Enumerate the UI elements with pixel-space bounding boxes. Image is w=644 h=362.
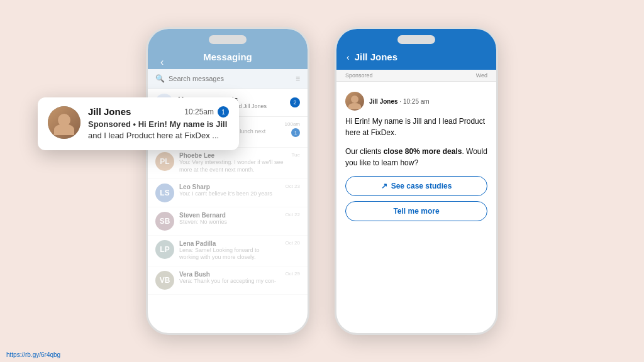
sponsored-label: Sponsored <box>345 72 373 79</box>
message-time: 100am <box>285 121 300 127</box>
see-case-studies-button[interactable]: ↗ See case studies <box>345 176 487 196</box>
message-meta: Oct 20 <box>285 240 300 246</box>
message-content: Leo Sharp You: I can't believe it's been… <box>179 184 280 198</box>
message-content: Lena Padilla Lena: Same! Looking forward… <box>179 240 280 261</box>
back-arrow-chat-icon[interactable]: ‹ <box>347 52 350 62</box>
search-bar: 🔍 ≡ <box>148 69 308 89</box>
message-list-item[interactable]: PL Phoebe Lee You: Very interesting. I w… <box>148 148 308 178</box>
message-time: Tue <box>292 152 301 158</box>
requests-badge: 2 <box>290 97 300 107</box>
notif-badge: 1 <box>218 106 229 118</box>
day-label: Wed <box>476 72 487 79</box>
message-list-item[interactable]: LS Leo Sharp You: I can't believe it's b… <box>148 179 308 207</box>
sender-name-time: Jill Jones · 10:25 am <box>369 98 430 105</box>
notif-preview-bold: Sponsored • Hi Erin! My name is Jill <box>88 119 227 129</box>
tell-me-more-label: Tell me more <box>393 207 439 216</box>
messaging-header: ‹ Messaging <box>148 29 308 69</box>
case-studies-label: See case studies <box>391 182 452 190</box>
notif-sender-name: Jill Jones <box>88 106 131 117</box>
message-preview: You: I can't believe it's been 20 years <box>179 190 280 198</box>
message-meta: Oct 22 <box>285 212 300 217</box>
notif-sender-avatar <box>48 106 80 139</box>
notification-card[interactable]: Jill Jones 10:25am 1 Sponsored • Hi Erin… <box>38 97 239 150</box>
sender-row: Jill Jones · 10:25 am <box>345 92 487 111</box>
message-preview: Lena: Same! Looking forward to working w… <box>179 247 280 261</box>
message-sender-name: Phoebe Lee <box>179 152 287 159</box>
message-avatar: LP <box>155 240 174 259</box>
sender-avatar <box>345 92 364 111</box>
message-sender-name: Leo Sharp <box>179 184 280 190</box>
message-time: Oct 29 <box>285 271 300 277</box>
chat-header: ‹ Jill Jones <box>336 29 496 70</box>
filter-icon[interactable]: ≡ <box>296 74 300 83</box>
back-arrow-icon[interactable]: ‹ <box>160 57 164 68</box>
phone-right: ‹ Jill Jones Sponsored Wed Jill Jones · … <box>335 27 498 335</box>
message-avatar: SB <box>155 212 174 231</box>
message-content: Vera Bush Vera: Thank you for accepting … <box>179 271 280 285</box>
message-meta: Oct 29 <box>285 271 300 277</box>
chat-meta-bar: Sponsored Wed <box>336 70 496 82</box>
message-content: Steven Bernard Steven: No worries <box>179 212 280 226</box>
contact-name: Jill Jones <box>355 52 397 62</box>
message-time: Oct 22 <box>285 212 300 217</box>
message-preview: Steven: No worries <box>179 219 280 226</box>
message-time: 10:25 am <box>403 98 430 105</box>
message-preview: You: Very interesting. I wonder if we'll… <box>179 159 287 173</box>
search-icon: 🔍 <box>155 74 165 83</box>
message-meta: Oct 23 <box>285 184 300 189</box>
message-bold: close 80% more deals <box>384 147 462 156</box>
case-studies-icon: ↗ <box>381 182 387 190</box>
notif-header-right: 10:25am 1 <box>184 106 229 118</box>
message-preview: Vera: Thank you for accepting my con- <box>179 278 280 285</box>
notif-header: Jill Jones 10:25am 1 <box>88 106 229 118</box>
message-list-item[interactable]: SB Steven Bernard Steven: No worries Oct… <box>148 207 308 236</box>
message-content: Phoebe Lee You: Very interesting. I wond… <box>179 152 287 173</box>
message-list-item[interactable]: LP Lena Padilla Lena: Same! Looking forw… <box>148 236 308 266</box>
search-input[interactable] <box>169 75 292 82</box>
notif-time: 10:25am <box>184 107 214 116</box>
sender-name: Jill Jones <box>369 98 398 105</box>
main-container: ‹ Messaging 🔍 ≡ 💬 Message requests From … <box>0 0 644 362</box>
chat-message-1: Hi Erin! My name is Jill and I lead Prod… <box>345 116 487 138</box>
message-meta: 100am 1 <box>285 121 300 137</box>
message-prefix: Our clients <box>345 147 384 156</box>
message-sender-name: Steven Bernard <box>179 212 280 219</box>
notif-preview: Sponsored • Hi Erin! My name is Jill and… <box>88 119 229 141</box>
message-time: Oct 23 <box>285 184 300 189</box>
tell-me-more-button[interactable]: Tell me more <box>345 201 487 221</box>
chat-body: Jill Jones · 10:25 am Hi Erin! My name i… <box>336 82 496 234</box>
message-avatar: VB <box>155 271 174 290</box>
notif-preview-text: and I lead Product here at FixDex ... <box>88 131 219 140</box>
phone-left: ‹ Messaging 🔍 ≡ 💬 Message requests From … <box>146 27 309 335</box>
message-sender-name: Vera Bush <box>179 271 280 278</box>
message-meta: Tue <box>292 152 301 158</box>
message-badge: 1 <box>291 128 300 137</box>
message-time: Oct 20 <box>285 240 300 246</box>
message-avatar: LS <box>155 184 174 202</box>
messaging-title: Messaging <box>203 52 252 62</box>
message-avatar: PL <box>155 152 174 171</box>
chat-message-2: Our clients close 80% more deals. Would … <box>345 146 487 168</box>
message-sender-name: Lena Padilla <box>179 240 280 247</box>
url-label: https://rb.gy/6r4qbg <box>6 351 60 358</box>
message-list-item[interactable]: VB Vera Bush Vera: Thank you for accepti… <box>148 266 308 295</box>
notif-body: Jill Jones 10:25am 1 Sponsored • Hi Erin… <box>88 106 229 141</box>
